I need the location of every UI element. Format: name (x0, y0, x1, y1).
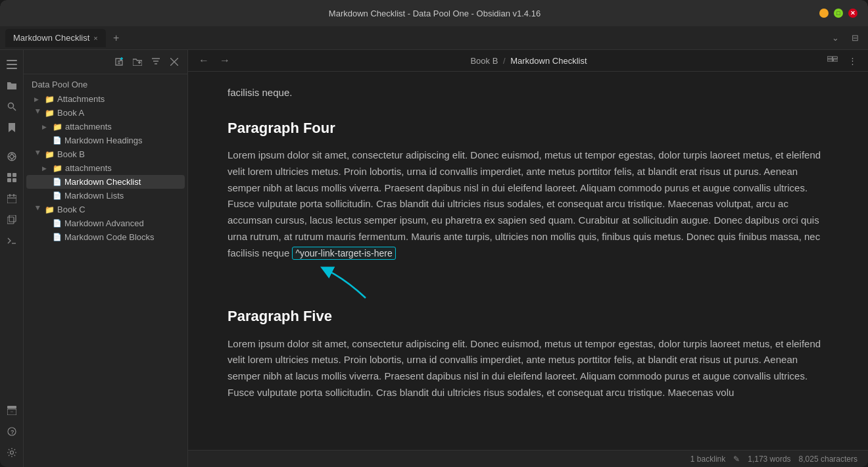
sidebar-item-book-c[interactable]: ▶ 📁 Book C (26, 203, 185, 216)
sidebar-item-markdown-checklist[interactable]: 📄 Markdown Checklist (26, 175, 185, 189)
folder-icon-b-att: 📁 (53, 164, 62, 173)
sidebar-label-attachments-root: Attachments (57, 94, 105, 104)
breadcrumb: Book B / Markdown Checklist (238, 56, 819, 66)
editor-content[interactable]: facilisis neque. Paragraph Four Lorem ip… (188, 72, 868, 450)
link-target-box: ^your-link-target-is-here (292, 247, 395, 260)
backlinks-status[interactable]: 1 backlink (690, 455, 725, 464)
maximize-button[interactable]: □ (834, 9, 843, 18)
sidebar-item-book-a-attachments[interactable]: ▶ 📁 attachments (26, 120, 185, 134)
sidebar-label-markdown-headings: Markdown Headings (64, 135, 143, 145)
sidebar-label-markdown-code-blocks: Markdown Code Blocks (64, 232, 155, 242)
app-body: ? (0, 50, 868, 467)
sidebar-label-book-b-attachments: attachments (65, 163, 112, 173)
graph-icon[interactable] (3, 147, 21, 166)
blocks-icon[interactable] (3, 168, 21, 187)
svg-rect-1 (7, 64, 17, 65)
chevron-down-icon-c: ▶ (35, 206, 41, 214)
collapse-all-button[interactable] (166, 54, 182, 70)
paragraph-five-text: Lorem ipsum dolor sit amet, consectetur … (228, 336, 829, 401)
svg-rect-0 (7, 60, 17, 61)
maximize-icon: □ (836, 10, 840, 16)
edit-icon-status[interactable]: ✎ (733, 455, 740, 464)
chevron-down-icon[interactable]: ⌄ (827, 30, 843, 46)
bookmark-icon[interactable] (3, 118, 21, 137)
settings-icon[interactable] (3, 443, 21, 462)
copy-icon[interactable] (3, 210, 21, 229)
svg-rect-14 (12, 178, 16, 182)
new-note-button[interactable] (111, 54, 127, 70)
chevron-right-icon: ▶ (34, 96, 42, 103)
svg-rect-11 (7, 173, 11, 177)
paragraph-four-text: Lorem ipsum dolor sit amet, consectetur … (228, 147, 829, 261)
svg-rect-2 (7, 68, 17, 69)
char-count: 8,025 characters (799, 455, 857, 464)
back-navigation-button[interactable]: ← (196, 53, 212, 68)
sidebar-item-book-b[interactable]: ▶ 📁 Book B (26, 147, 185, 161)
intro-text: facilisis neque. (228, 85, 829, 101)
editor-area: ← → Book B / Markdown Checklist ⋮ (188, 50, 868, 467)
close-icon: ✕ (850, 10, 856, 16)
new-folder-button[interactable] (130, 54, 145, 70)
breadcrumb-separator: / (503, 56, 506, 66)
panel-split-icon[interactable]: ⊟ (847, 30, 863, 46)
new-tab-button[interactable]: + (108, 30, 124, 46)
sidebar-label-markdown-advanced: Markdown Advanced (64, 218, 144, 228)
sidebar-item-book-a[interactable]: ▶ 📁 Book A (26, 106, 185, 120)
editor-toolbar: ← → Book B / Markdown Checklist ⋮ (188, 50, 868, 72)
svg-line-4 (13, 108, 16, 111)
search-icon[interactable] (3, 97, 21, 116)
file-icon-lists: 📄 (53, 191, 62, 200)
annotation-arrow (306, 266, 385, 299)
edit-icon: ✎ (733, 455, 740, 464)
more-options-button[interactable]: ⋮ (844, 53, 860, 68)
help-icon[interactable]: ? (3, 422, 21, 441)
paragraph-four-heading: Paragraph Four (228, 116, 829, 139)
sidebar-item-markdown-code-blocks[interactable]: 📄 Markdown Code Blocks (26, 230, 185, 244)
file-icon-advanced: 📄 (53, 219, 62, 228)
sidebar-item-markdown-lists[interactable]: 📄 Markdown Lists (26, 189, 185, 203)
sidebar-item-markdown-advanced[interactable]: 📄 Markdown Advanced (26, 216, 185, 230)
window-title: Markdown Checklist - Data Pool One - Obs… (50, 9, 819, 18)
word-count: 1,173 words (748, 455, 790, 464)
folder-icon: 📁 (45, 95, 55, 104)
sidebar-item-attachments-root[interactable]: ▶ 📁 Attachments (26, 92, 185, 106)
minimize-button[interactable] (819, 9, 829, 18)
arrow-annotation (228, 266, 829, 299)
tab-label: Markdown Checklist (13, 33, 89, 43)
close-button[interactable]: ✕ (848, 9, 857, 18)
sidebar-item-markdown-headings[interactable]: 📄 Markdown Headings (26, 134, 185, 147)
sidebar-toggle-icon[interactable] (3, 55, 21, 74)
svg-rect-19 (9, 215, 16, 222)
archive-icon[interactable] (3, 401, 21, 420)
svg-rect-22 (7, 406, 16, 408)
sort-button[interactable] (148, 54, 164, 70)
folder-icon-c: 📁 (45, 205, 55, 214)
svg-point-6 (10, 155, 14, 159)
paragraph-five-heading: Paragraph Five (228, 305, 829, 328)
forward-navigation-button[interactable]: → (217, 53, 233, 68)
sidebar-toolbar (24, 50, 187, 74)
editor-toolbar-right: ⋮ (825, 53, 860, 68)
active-tab[interactable]: Markdown Checklist × (5, 29, 106, 47)
tab-bar-right-controls: ⌄ ⊟ (827, 30, 863, 46)
chevron-down-icon-b: ▶ (35, 151, 41, 159)
terminal-icon[interactable] (3, 232, 21, 250)
sidebar-item-book-b-attachments[interactable]: ▶ 📁 attachments (26, 161, 185, 175)
reading-view-button[interactable] (825, 53, 840, 68)
tab-bar: Markdown Checklist × + ⌄ ⊟ (0, 26, 868, 50)
svg-rect-20 (7, 217, 14, 224)
icon-rail: ? (0, 50, 24, 467)
sidebar-root-label: Data Pool One (24, 77, 187, 92)
tab-close-button[interactable]: × (93, 34, 97, 42)
folder-browse-icon[interactable] (3, 76, 21, 95)
folder-icon-a-att: 📁 (53, 122, 62, 132)
folder-icon-a: 📁 (45, 109, 55, 118)
sidebar-label-book-b: Book B (57, 149, 85, 159)
svg-point-27 (10, 451, 13, 455)
sidebar-content: Data Pool One ▶ 📁 Attachments ▶ 📁 Book A… (24, 74, 187, 467)
sidebar-label-book-c: Book C (57, 205, 85, 214)
chevron-right-icon-2: ▶ (42, 124, 50, 130)
calendar-icon[interactable] (3, 189, 21, 208)
breadcrumb-parent: Book B (470, 56, 498, 66)
sidebar-label-book-a: Book A (57, 108, 84, 118)
